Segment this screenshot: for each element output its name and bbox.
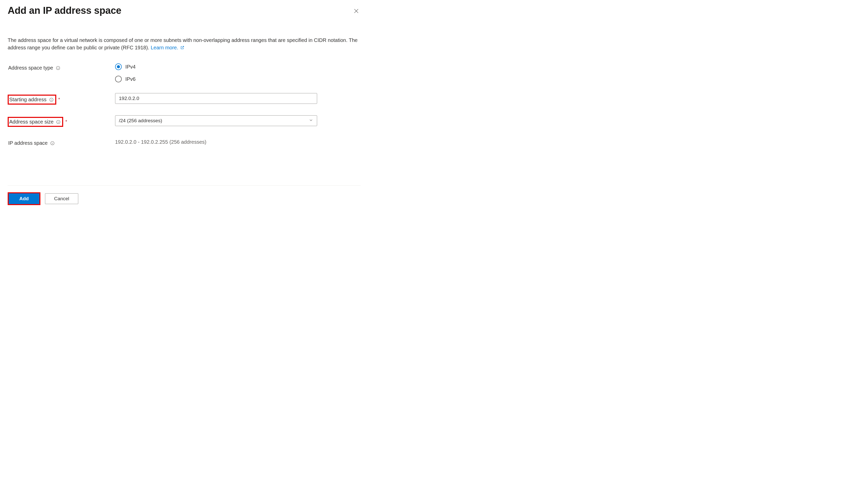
required-indicator: *: [58, 97, 60, 102]
radio-ipv4[interactable]: IPv4: [115, 63, 317, 70]
field-address-space-size: Address space size * /24 (256 addresses): [8, 115, 361, 127]
info-icon[interactable]: [56, 66, 60, 70]
required-indicator: *: [65, 119, 67, 125]
info-icon[interactable]: [49, 97, 54, 102]
address-space-size-value: /24 (256 addresses): [119, 118, 162, 124]
panel-description: The address space for a virtual network …: [8, 36, 361, 52]
field-starting-address: Starting address *: [8, 93, 361, 105]
close-icon: [353, 8, 359, 14]
ip-address-space-value: 192.0.2.0 - 192.0.2.255 (256 addresses): [115, 138, 317, 145]
chevron-down-icon: [309, 118, 313, 124]
field-ip-address-space: IP address space 192.0.2.0 - 192.0.2.255…: [8, 138, 361, 147]
svg-point-13: [52, 142, 53, 143]
learn-more-link[interactable]: Learn more.: [151, 45, 184, 50]
radio-ipv6-label: IPv6: [125, 76, 136, 82]
label-address-space-size: Address space size *: [8, 115, 115, 127]
add-button-highlight: Add: [8, 192, 40, 205]
address-space-size-select[interactable]: /24 (256 addresses): [115, 115, 317, 126]
radio-ipv4-label: IPv4: [125, 64, 136, 70]
panel-footer: Add Cancel: [8, 192, 361, 205]
radio-indicator: [115, 76, 122, 82]
add-button[interactable]: Add: [9, 194, 39, 204]
starting-address-label-text: Starting address: [9, 97, 46, 103]
label-starting-address: Starting address *: [8, 93, 115, 105]
address-space-type-label-text: Address space type: [8, 65, 53, 71]
cancel-button[interactable]: Cancel: [45, 194, 78, 204]
info-icon[interactable]: [50, 141, 55, 146]
address-space-size-label-text: Address space size: [9, 119, 53, 125]
label-ip-address-space: IP address space: [8, 138, 115, 147]
radio-indicator: [115, 63, 122, 70]
add-ip-address-space-panel: Add an IP address space The address spac…: [8, 5, 361, 205]
label-address-space-type: Address space type: [8, 62, 115, 72]
learn-more-label: Learn more.: [151, 45, 178, 50]
close-button[interactable]: [352, 7, 361, 15]
info-icon[interactable]: [56, 120, 61, 124]
radio-ipv6[interactable]: IPv6: [115, 76, 317, 82]
field-address-space-type: Address space type IPv4 IPv6: [8, 62, 361, 82]
ip-address-space-label-text: IP address space: [8, 140, 48, 146]
footer-divider: [8, 185, 361, 186]
external-link-icon: [180, 44, 184, 52]
address-space-type-radio-group: IPv4 IPv6: [115, 62, 317, 82]
svg-point-10: [58, 121, 59, 121]
panel-title: Add an IP address space: [8, 5, 122, 16]
starting-address-input[interactable]: [115, 93, 317, 104]
panel-header: Add an IP address space: [8, 5, 361, 16]
